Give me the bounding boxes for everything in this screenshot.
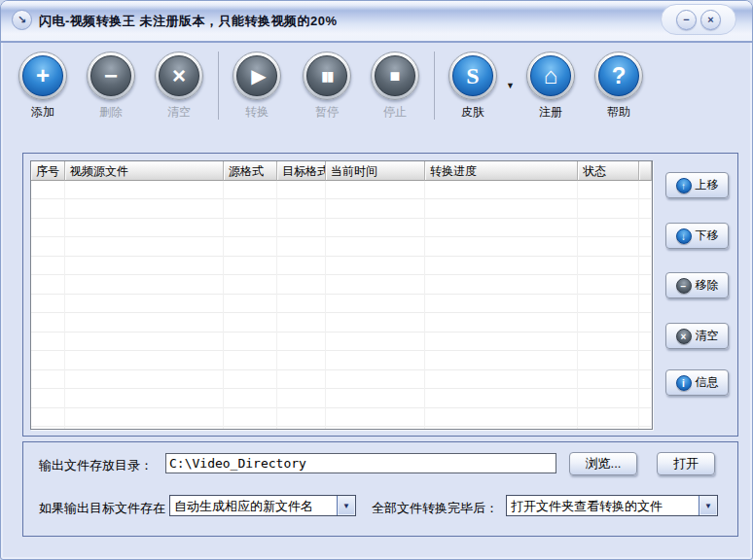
column-header-source-file[interactable]: 视频源文件 bbox=[65, 161, 224, 181]
help-question-icon: ? bbox=[594, 52, 643, 100]
info-label: 信息 bbox=[696, 374, 719, 391]
add-button[interactable]: + 添加 bbox=[16, 52, 70, 121]
stop-icon: ■ bbox=[371, 52, 419, 100]
delete-minus-icon: − bbox=[87, 52, 135, 100]
after-convert-label: 全部文件转换完毕后： bbox=[372, 500, 498, 517]
move-up-button[interactable]: ↑ 上移 bbox=[665, 172, 729, 198]
skin-s-icon: S bbox=[448, 52, 497, 100]
open-button[interactable]: 打开 bbox=[657, 452, 715, 475]
clear-button[interactable]: × 清空 bbox=[152, 52, 206, 121]
titlebar-controls-bump bbox=[661, 4, 736, 35]
clear-x-icon: × bbox=[155, 52, 203, 100]
table-gridlines bbox=[31, 181, 652, 429]
convert-button[interactable]: ▶ 转换 bbox=[230, 52, 284, 121]
register-button[interactable]: ⌂ 注册 bbox=[523, 52, 578, 121]
minimize-button[interactable]: − bbox=[676, 10, 697, 30]
column-header-status[interactable]: 状态 bbox=[578, 161, 639, 181]
delete-button[interactable]: − 删除 bbox=[84, 52, 138, 121]
clear-button-label: 清空 bbox=[152, 104, 206, 121]
delete-button-label: 删除 bbox=[84, 104, 138, 121]
register-button-label: 注册 bbox=[523, 104, 578, 121]
pause-button[interactable]: ▮▮ 暂停 bbox=[300, 52, 354, 121]
skin-dropdown-arrow-icon[interactable]: ▼ bbox=[506, 81, 515, 90]
table-body-empty[interactable] bbox=[31, 181, 652, 429]
convert-button-label: 转换 bbox=[230, 104, 284, 121]
convert-play-icon: ▶ bbox=[233, 52, 281, 100]
if-exists-label: 如果输出目标文件存在： bbox=[39, 500, 178, 517]
clear-list-label: 清空 bbox=[696, 328, 719, 344]
skin-button-label: 皮肤 bbox=[446, 104, 500, 121]
column-header-index[interactable]: 序号 bbox=[31, 161, 65, 181]
clear-list-button[interactable]: × 清空 bbox=[665, 323, 729, 349]
if-exists-selected-value: 自动生成相应的新文件名 bbox=[170, 496, 337, 515]
register-home-icon: ⌂ bbox=[526, 52, 575, 100]
column-header-current-time[interactable]: 当前时间 bbox=[326, 161, 425, 181]
info-button[interactable]: i 信息 bbox=[665, 369, 729, 396]
clear-list-icon: × bbox=[676, 329, 692, 344]
help-button-label: 帮助 bbox=[592, 104, 646, 121]
output-settings-panel: 输出文件存放目录： 浏览... 打开 如果输出目标文件存在： 自动生成相应的新文… bbox=[22, 441, 738, 537]
stop-button-label: 停止 bbox=[368, 104, 422, 121]
column-header-target-format[interactable]: 目标格式 bbox=[277, 161, 326, 181]
column-header-source-format[interactable]: 源格式 bbox=[224, 161, 277, 181]
move-down-icon: ↓ bbox=[676, 228, 692, 244]
info-icon: i bbox=[676, 375, 692, 391]
output-dir-input[interactable] bbox=[165, 453, 556, 473]
column-header-progress[interactable]: 转换进度 bbox=[425, 161, 578, 181]
toolbar-separator bbox=[218, 52, 219, 120]
help-button[interactable]: ? 帮助 bbox=[592, 52, 646, 121]
toolbar: + 添加 − 删除 × 清空 ▶ 转换 ▮▮ 暂停 bbox=[1, 45, 752, 150]
file-list-table[interactable]: 序号 视频源文件 源格式 目标格式 当前时间 转换进度 状态 bbox=[30, 160, 653, 430]
browse-button[interactable]: 浏览... bbox=[569, 452, 637, 475]
pause-icon: ▮▮ bbox=[303, 52, 351, 100]
after-convert-selected-value: 打开文件夹查看转换的文件 bbox=[507, 496, 699, 515]
toolbar-separator bbox=[434, 52, 435, 120]
app-icon[interactable]: ↘ bbox=[12, 10, 32, 30]
move-up-icon: ↑ bbox=[676, 178, 692, 193]
move-down-button[interactable]: ↓ 下移 bbox=[665, 223, 729, 249]
move-up-label: 上移 bbox=[696, 177, 719, 193]
file-list-panel: 序号 视频源文件 源格式 目标格式 当前时间 转换进度 状态 ↑ 上移 ↓ bbox=[22, 153, 738, 437]
output-dir-label: 输出文件存放目录： bbox=[39, 457, 153, 474]
app-icon-glyph: ↘ bbox=[18, 14, 26, 26]
chevron-down-icon[interactable]: ▼ bbox=[337, 496, 355, 515]
window-title: 闪电-视频转换王 未注册版本，只能转换视频的20% bbox=[39, 13, 337, 30]
move-down-label: 下移 bbox=[696, 228, 719, 244]
stop-button[interactable]: ■ 停止 bbox=[368, 52, 422, 121]
add-plus-icon: + bbox=[18, 52, 67, 100]
add-button-label: 添加 bbox=[16, 104, 70, 121]
pause-button-label: 暂停 bbox=[300, 104, 354, 121]
chevron-down-icon[interactable]: ▼ bbox=[699, 496, 717, 515]
skin-button[interactable]: S 皮肤 bbox=[446, 52, 500, 121]
remove-icon: − bbox=[676, 278, 692, 294]
titlebar: ↘ 闪电-视频转换王 未注册版本，只能转换视频的20% − × bbox=[1, 1, 752, 43]
column-header-filler bbox=[639, 161, 652, 181]
close-button[interactable]: × bbox=[700, 10, 721, 30]
remove-label: 移除 bbox=[696, 277, 719, 294]
app-window: ↘ 闪电-视频转换王 未注册版本，只能转换视频的20% − × + 添加 − 删… bbox=[0, 0, 753, 560]
after-convert-dropdown[interactable]: 打开文件夹查看转换的文件 ▼ bbox=[506, 495, 718, 516]
if-exists-dropdown[interactable]: 自动生成相应的新文件名 ▼ bbox=[169, 495, 356, 516]
table-header: 序号 视频源文件 源格式 目标格式 当前时间 转换进度 状态 bbox=[31, 161, 652, 181]
remove-button[interactable]: − 移除 bbox=[665, 272, 729, 298]
